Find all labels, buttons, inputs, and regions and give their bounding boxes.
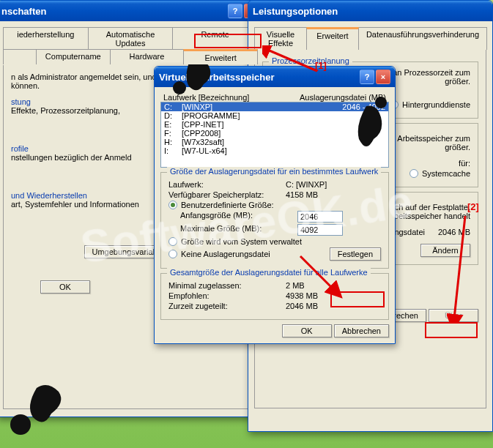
system-properties-titlebar: nschaften ? ×	[0, 1, 263, 21]
total-rec-label: Empfohlen:	[168, 291, 286, 300]
radio-custom-size[interactable]: Benutzerdefinierte Größe:	[168, 201, 381, 209]
radio-icon	[409, 169, 418, 178]
perf-tabs: Visuelle Effekte Erweitert Datenausführu…	[254, 27, 486, 50]
vm-cancel-button[interactable]: Abbrechen	[334, 324, 389, 337]
tab-restore[interactable]: iederherstellung	[3, 27, 89, 50]
tab-advanced[interactable]: Erweitert	[183, 49, 258, 64]
change-button[interactable]: Ändern	[420, 244, 470, 257]
radio-icon	[168, 250, 177, 258]
drive-row[interactable]: C: [WINXP] 2046 - 4092	[161, 102, 388, 111]
properties-tabs: iederherstellung Automatische Updates Re…	[3, 27, 257, 65]
initial-size-input[interactable]	[297, 211, 343, 223]
set-button[interactable]: Festlegen	[330, 247, 381, 261]
drive-label: Laufwerk:	[168, 180, 286, 189]
profiles-heading: rofile	[11, 144, 29, 153]
freespace-label: Verfügbarer Speicherplatz:	[168, 190, 286, 199]
radio-none-label: Keine Auslagerungsdatei	[181, 250, 270, 258]
virtual-memory-titlebar: Virtueller Arbeitsspeicher ? ×	[155, 67, 395, 87]
radio-custom-label: Benutzerdefinierte Größe:	[181, 201, 274, 209]
tab-updates[interactable]: Automatische Updates	[88, 27, 174, 50]
system-properties-title: nschaften	[1, 6, 226, 17]
drive-list[interactable]: C: [WINXP] 2046 - 4092 D: [PROGRAMME] E:…	[160, 102, 389, 168]
drive-row[interactable]: E: [CPP-INET]	[161, 120, 388, 129]
list-header-drive: Laufwerk [Bezeichnung]	[163, 93, 300, 102]
total-pagefile-legend: Gesamtgröße der Auslagerungsdatei für al…	[167, 268, 371, 277]
total-min-label: Minimal zugelassen:	[168, 281, 286, 290]
performance-heading: stung	[11, 97, 31, 106]
cpu-bg-label: Hintergrunddienste	[402, 100, 470, 109]
annotation-2: [2]	[467, 201, 479, 212]
tab-visual[interactable]: Visuelle Effekte	[254, 27, 307, 50]
drive-pagefile-group: Größe der Auslagerungsdatei für ein best…	[160, 172, 389, 269]
drive-row[interactable]: F: [CPP2008]	[161, 129, 388, 138]
tab-computername[interactable]: Computername	[36, 49, 111, 64]
total-min-value: 2 MB	[286, 281, 305, 290]
drive-pagefile-legend: Größe der Auslagerungsdatei für ein best…	[167, 167, 381, 176]
startup-heading: und Wiederherstellen	[11, 191, 87, 200]
drive-row[interactable]: I: [W7-UL-x64]	[161, 146, 388, 155]
performance-options-title: Leistungsoptionen	[253, 6, 488, 17]
drive-row[interactable]: D: [PROGRAMME]	[161, 111, 388, 120]
total-rec-value: 4938 MB	[286, 291, 318, 300]
ok-button[interactable]: OK	[40, 280, 90, 294]
vm-help-button[interactable]: ?	[360, 70, 374, 84]
vm-label: ngsdatei	[394, 228, 425, 236]
vm-close-button[interactable]: ×	[376, 70, 390, 84]
total-cur-label: Zurzeit zugeteilt:	[168, 302, 286, 310]
tab-hardware[interactable]: Hardware	[110, 49, 185, 64]
cpu-legend: Prozessorzeitplanung	[269, 56, 352, 65]
radio-system-managed[interactable]: Größe wird vom System verwaltet	[168, 237, 381, 246]
drive-value: C: [WINXP]	[286, 180, 381, 189]
radio-no-pagefile[interactable]: Keine Auslagerungsdatei	[168, 250, 330, 258]
perf-apply-button[interactable]: Über	[429, 309, 478, 322]
tab-dep[interactable]: Datenausführungsverhinderung	[358, 27, 487, 50]
virtual-memory-window: Virtueller Arbeitsspeicher ? × Laufwerk …	[154, 66, 396, 344]
help-button[interactable]: ?	[228, 4, 242, 18]
list-header-pagefile: Auslagerungsdatei (MB)	[300, 93, 386, 102]
mem-cache-label: Systemcache	[422, 169, 470, 178]
freespace-value: 4158 MB	[286, 190, 381, 199]
max-size-input[interactable]	[297, 224, 343, 236]
vm-ok-button[interactable]: OK	[282, 324, 332, 337]
svg-point-3	[10, 414, 31, 435]
initial-size-label: Anfangsgröße (MB):	[180, 211, 297, 223]
radio-icon	[168, 201, 177, 209]
tab-perf-advanced[interactable]: Erweitert	[306, 27, 359, 50]
total-pagefile-group: Gesamtgröße der Auslagerungsdatei für al…	[160, 273, 389, 320]
performance-options-titlebar: Leistungsoptionen	[248, 1, 492, 21]
tab-remote[interactable]: Remote	[172, 27, 258, 50]
tab-general[interactable]	[3, 49, 37, 64]
max-size-label: Maximale Größe (MB):	[180, 224, 297, 236]
radio-icon	[168, 237, 177, 246]
total-cur-value: 2046 MB	[286, 302, 318, 310]
vm-size: 2046 MB	[438, 228, 470, 236]
radio-system-label: Größe wird vom System verwaltet	[181, 237, 302, 246]
annotation-1: [1]	[315, 60, 327, 71]
drive-row[interactable]: H: [W7x32saft]	[161, 138, 388, 146]
virtual-memory-title: Virtueller Arbeitsspeicher	[159, 72, 358, 83]
